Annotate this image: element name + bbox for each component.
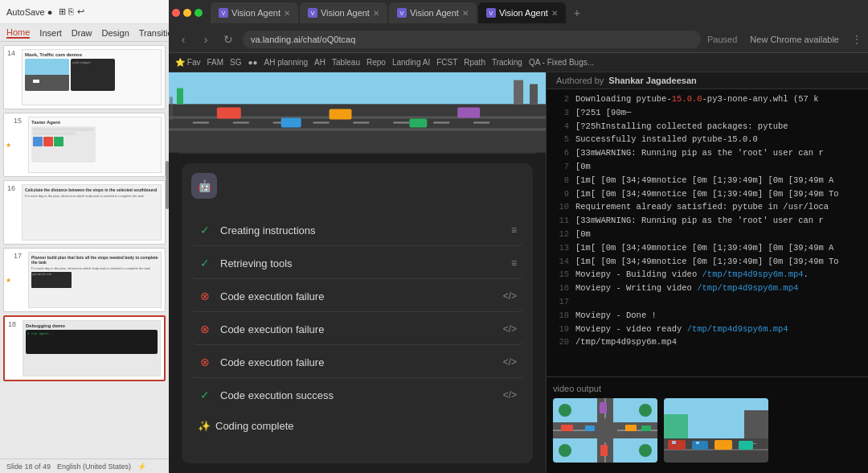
tab-insert[interactable]: Insert [39, 28, 62, 38]
svg-rect-9 [393, 121, 409, 123]
video-thumb-1[interactable] [553, 398, 657, 463]
bookmark-landing-ai[interactable]: Landing AI [392, 58, 430, 67]
bookmark-ah-planning[interactable]: AH planning [264, 58, 308, 67]
task-6-action[interactable]: </> [503, 389, 517, 401]
browser-tab-1[interactable]: V Vision Agent ✕ [211, 2, 298, 23]
slide-num-14: 14 [7, 49, 18, 57]
menu-button[interactable]: ⋮ [852, 34, 862, 45]
video-thumb-2[interactable] [664, 398, 768, 463]
slide-preview-17: Planner build plan that lists all the st… [28, 252, 162, 308]
bookmark-repo[interactable]: Repo [366, 58, 386, 67]
slide-thumb-18[interactable]: 18 Debugging demo $ run agent... [3, 315, 166, 381]
bookmark-rpath[interactable]: Rpath [464, 58, 485, 67]
terminal-line-5: 5 Successfully installed pytube-15.0.0 [553, 133, 862, 146]
new-tab-button[interactable]: + [567, 3, 587, 23]
svg-rect-38 [664, 414, 688, 438]
task-4-action[interactable]: </> [503, 323, 517, 335]
tab-home[interactable]: Home [6, 27, 30, 39]
autosave-label: AutoSave ● [6, 7, 52, 17]
task-2-status-icon: ✓ [198, 256, 212, 270]
task-item-6: ✓ Code execution success </> [191, 380, 523, 410]
task-5-action[interactable]: </> [503, 356, 517, 368]
close-button[interactable] [172, 9, 180, 17]
tab-4-close[interactable]: ✕ [551, 9, 558, 18]
task-1-action[interactable]: ≡ [511, 224, 517, 236]
svg-rect-13 [281, 117, 301, 127]
bookmark-tracking[interactable]: Tracking [492, 58, 522, 67]
terminal-line-2: 2 Downloading pytube-15.0.0-py3-none-any… [553, 93, 862, 106]
bookmark-fam[interactable]: FAM [207, 58, 223, 67]
svg-rect-49 [739, 441, 753, 450]
agent-panel: 🤖 ✓ Creating instructions ≡ ✓ Retrieving… [169, 72, 547, 473]
task-3-action[interactable]: </> [503, 290, 517, 302]
svg-rect-5 [233, 121, 249, 123]
terminal-line-6: 6 [33mWARNING: Running pip as the 'root'… [553, 146, 862, 160]
terminal-line-15: 15 Moviepy - Building video /tmp/tmp4d9s… [553, 268, 862, 282]
tab-4-favicon: V [486, 8, 496, 18]
bookmark-ah[interactable]: AH [314, 58, 326, 67]
slides-panel: AutoSave ● ⊞ ⎘ ↩ Home Insert Draw Design… [0, 0, 169, 473]
svg-rect-29 [625, 425, 637, 431]
video-output-section: video output [547, 376, 868, 473]
tab-draw[interactable]: Draw [72, 28, 92, 38]
line-content-6: [33mWARNING: Running pip as the 'root' u… [575, 146, 824, 160]
toolbar-icons: ⊞ ⎘ ↩ [59, 6, 84, 17]
slide-thumb-15[interactable]: ★ 15 Taster Agent [3, 113, 166, 177]
profile-badge: Paused [707, 35, 737, 44]
coding-complete: ✨ Coding complete [191, 410, 523, 435]
terminal-line-4: 4 [?25hInstalling collected packages: py… [553, 120, 862, 134]
task-6-status-icon: ✓ [198, 388, 212, 402]
slide-num-15: 15 [14, 117, 25, 125]
maximize-button[interactable] [194, 9, 203, 17]
slide-thumb-17[interactable]: ★ 17 Planner build plan that lists all t… [3, 248, 166, 312]
line-num-3: 3 [553, 106, 569, 120]
svg-point-36 [639, 444, 652, 457]
tab-design[interactable]: Design [102, 28, 129, 38]
tab-2-close[interactable]: ✕ [373, 9, 379, 18]
line-content-11: [33mWARNING: Running pip as the 'root' u… [575, 214, 824, 228]
terminal-scrollbar-2[interactable] [170, 97, 173, 121]
svg-rect-8 [354, 121, 370, 123]
back-button[interactable]: ‹ [175, 33, 191, 46]
line-content-16: Moviepy - Writing video /tmp/tmp4d9spy6m… [575, 282, 798, 295]
line-content-3: [?251 [90m─ [575, 106, 631, 120]
task-item-4: ⊗ Code execution failure </> [191, 314, 523, 345]
bookmark-fcst[interactable]: FCST [436, 58, 457, 67]
line-num-14: 14 [553, 255, 569, 269]
bookmark-fav[interactable]: ⭐ Fav [175, 58, 200, 67]
svg-rect-32 [600, 445, 608, 456]
url-text: va.landing.ai/chat/oQ0tcaq [251, 35, 355, 44]
bookmark-qa[interactable]: QA - Fixed Bugs... [529, 58, 594, 67]
slide-num-17: 17 [14, 252, 25, 260]
svg-rect-47 [692, 441, 708, 450]
browser-tab-4[interactable]: V Vision Agent ✕ [478, 2, 566, 23]
url-bar[interactable]: va.landing.ai/chat/oQ0tcaq [243, 31, 701, 48]
task-item-5: ⊗ Code execution failure </> [191, 347, 523, 378]
slide-thumb-16[interactable]: 16 Calculate the distance between the st… [3, 180, 166, 245]
bookmark-tableau[interactable]: Tableau [332, 58, 360, 67]
line-content-19: Moviepy - video ready /tmp/tmp4d9spy6m.m… [575, 323, 788, 336]
task-3-label: Code execution failure [220, 290, 495, 302]
author-name: Shankar Jagadeesan [608, 76, 696, 85]
svg-rect-12 [217, 108, 241, 119]
bookmark-sg[interactable]: SG [230, 58, 241, 67]
tab-3-close[interactable]: ✕ [462, 9, 469, 18]
authored-by-label: Authored by [556, 76, 604, 85]
tab-1-favicon: V [219, 8, 228, 18]
terminal-line-12: 12 [0m [553, 228, 862, 241]
task-2-action[interactable]: ≡ [511, 257, 517, 269]
browser-tab-3[interactable]: V Vision Agent ✕ [389, 2, 477, 23]
svg-rect-0 [169, 72, 546, 105]
line-content-4: [?25hInstalling collected packages: pytu… [575, 120, 788, 134]
toolbar-top: AutoSave ● ⊞ ⎘ ↩ [0, 0, 169, 24]
slide-thumb-14[interactable]: 14 Mask, Traffic cam demos code snippet [3, 45, 166, 109]
refresh-button[interactable]: ↻ [220, 33, 236, 46]
terminal-line-19: 19 Moviepy - video ready /tmp/tmp4d9spy6… [553, 323, 862, 336]
minimize-button[interactable] [183, 9, 191, 17]
line-num-7: 7 [553, 160, 569, 174]
svg-rect-7 [313, 121, 330, 123]
bookmark-dots[interactable]: ●● [248, 58, 257, 67]
tab-1-close[interactable]: ✕ [284, 9, 290, 18]
forward-button[interactable]: › [198, 33, 214, 46]
browser-tab-2[interactable]: V Vision Agent ✕ [300, 2, 387, 23]
